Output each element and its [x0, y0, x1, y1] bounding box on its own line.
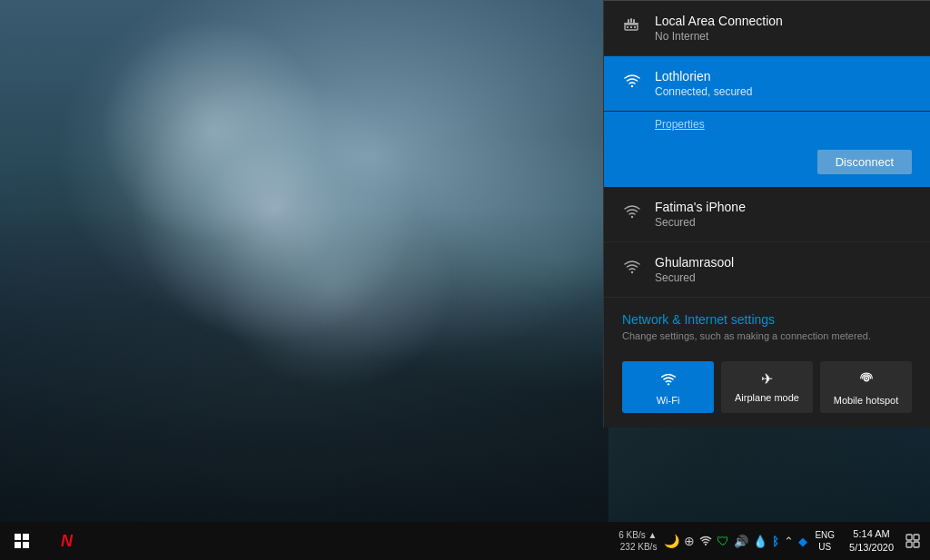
windows-icon: [15, 534, 29, 548]
ethernet-status: No Internet: [655, 30, 912, 43]
airplane-quick-action[interactable]: ✈ Airplane mode: [721, 361, 813, 413]
airplane-quick-label: Airplane mode: [735, 392, 799, 403]
svg-point-13: [865, 378, 867, 380]
wifi-active-icon: [622, 71, 642, 93]
svg-rect-15: [906, 535, 912, 540]
ghulamrasool-name: Ghulamrasool: [655, 255, 912, 270]
network-item-lothlorien[interactable]: Lothlorien Connected, secured: [604, 56, 930, 112]
hotspot-quick-label: Mobile hotspot: [834, 395, 899, 406]
location-icon[interactable]: ⊕: [684, 534, 695, 548]
date-display: 5/13/2020: [849, 541, 894, 555]
wallpaper-overlay: [0, 0, 608, 522]
wifi-quick-label: Wi-Fi: [657, 395, 680, 406]
svg-rect-17: [906, 542, 912, 547]
svg-point-10: [631, 271, 633, 273]
battery-icon[interactable]: 💧: [753, 535, 767, 548]
svg-point-8: [631, 85, 633, 87]
dropbox-icon[interactable]: ◆: [798, 535, 807, 548]
taskbar-right: 6 KB/s ▲ 232 KB/s 🌙 ⊕ 🛡 🔊 💧 ᛒ ⌃ ◆: [618, 527, 930, 555]
wifi-fatima-icon: [622, 201, 642, 224]
download-speed: 232 KB/s: [620, 541, 658, 553]
lang-locale: US: [818, 541, 831, 553]
svg-point-9: [631, 216, 633, 218]
properties-link[interactable]: Properties: [655, 118, 705, 131]
time-display: 5:14 AM: [853, 527, 889, 541]
clock[interactable]: 5:14 AM 5/13/2020: [844, 527, 899, 555]
disconnect-button[interactable]: Disconnect: [817, 150, 912, 174]
shield-icon[interactable]: 🛡: [717, 534, 729, 548]
lang-code: ENG: [815, 529, 835, 541]
network-disconnect-section: Disconnect: [604, 141, 930, 187]
wifi-ghulamrasool-icon: [622, 257, 642, 280]
fatima-status: Secured: [655, 216, 912, 229]
start-button[interactable]: [0, 522, 44, 560]
lothlorien-info: Lothlorien Connected, secured: [655, 69, 912, 98]
up-arrow-icon[interactable]: ⌃: [784, 535, 794, 548]
bluetooth-icon[interactable]: ᛒ: [772, 535, 779, 548]
svg-rect-3: [630, 18, 632, 23]
netflix-app[interactable]: N: [47, 522, 85, 560]
airplane-quick-icon: ✈: [761, 370, 773, 388]
lothlorien-name: Lothlorien: [655, 69, 912, 84]
lothlorien-status: Connected, secured: [655, 85, 912, 98]
hotspot-quick-action[interactable]: Mobile hotspot: [820, 361, 912, 413]
network-settings-link[interactable]: Network & Internet settings: [622, 312, 912, 327]
volume-icon[interactable]: 🔊: [734, 535, 748, 548]
netflix-icon: N: [61, 532, 72, 551]
ethernet-icon: [622, 15, 642, 34]
svg-rect-1: [628, 19, 629, 24]
svg-point-14: [705, 543, 707, 545]
ethernet-info: Local Area Connection No Internet: [655, 14, 912, 43]
ghulamrasool-status: Secured: [655, 271, 912, 284]
svg-point-11: [667, 383, 668, 385]
svg-rect-2: [633, 19, 635, 24]
svg-rect-18: [914, 542, 919, 547]
wifi-quick-action[interactable]: Wi-Fi: [622, 361, 714, 413]
network-settings-section: Network & Internet settings Change setti…: [604, 298, 930, 350]
network-item-fatima[interactable]: Fatima's iPhone Secured: [604, 187, 930, 242]
quick-actions-bar: Wi-Fi ✈ Airplane mode Mobile hotspot: [604, 350, 930, 427]
notification-button[interactable]: [903, 531, 923, 551]
svg-rect-16: [914, 535, 919, 540]
fatima-name: Fatima's iPhone: [655, 200, 912, 214]
network-settings-desc: Change settings, such as making a connec…: [622, 330, 912, 341]
wifi-tray-icon[interactable]: [699, 534, 712, 549]
fatima-info: Fatima's iPhone Secured: [655, 200, 912, 229]
network-speed: 6 KB/s ▲ 232 KB/s: [618, 529, 657, 553]
moon-icon[interactable]: 🌙: [664, 534, 679, 548]
language-indicator[interactable]: ENG US: [815, 529, 835, 553]
ghulamrasool-info: Ghulamrasool Secured: [655, 255, 912, 284]
ethernet-name: Local Area Connection: [655, 14, 912, 28]
taskbar: N 6 KB/s ▲ 232 KB/s 🌙 ⊕ 🛡 🔊 💧 ᛒ: [0, 522, 930, 560]
upload-speed: 6 KB/s ▲: [618, 529, 657, 541]
network-item-ghulamrasool[interactable]: Ghulamrasool Secured: [604, 242, 930, 298]
network-panel: Local Area Connection No Internet Lothlo…: [603, 0, 930, 427]
network-item-ethernet[interactable]: Local Area Connection No Internet: [604, 1, 930, 56]
wifi-quick-icon: [660, 370, 677, 390]
system-tray-icons: 🌙 ⊕ 🛡 🔊 💧 ᛒ ⌃ ◆: [664, 534, 807, 549]
svg-rect-6: [630, 26, 632, 28]
network-properties-section: Properties: [604, 112, 930, 141]
hotspot-quick-icon: [858, 370, 875, 390]
svg-rect-7: [634, 26, 636, 28]
taskbar-apps: N: [44, 522, 85, 560]
svg-rect-5: [627, 26, 628, 28]
